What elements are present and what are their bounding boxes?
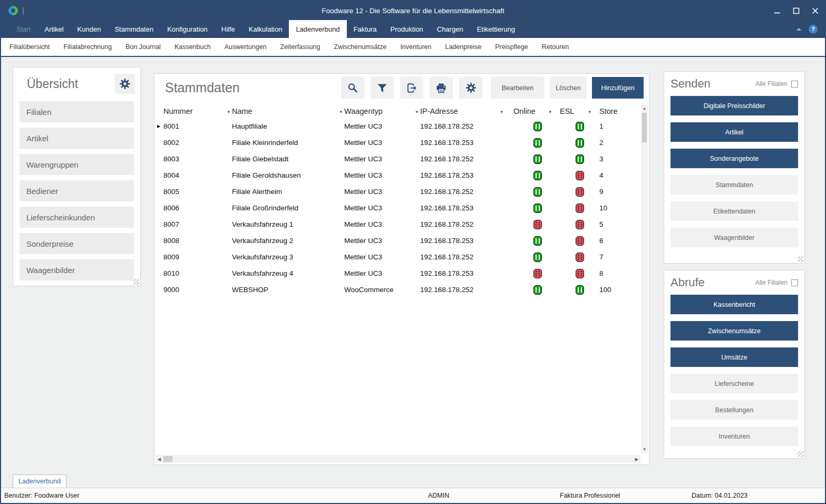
menu-tab[interactable]: Etikettierung — [470, 20, 522, 38]
search-button[interactable] — [341, 77, 364, 99]
menu-tab[interactable]: Kunden — [71, 20, 108, 38]
ribbon-item[interactable]: Filialübersicht — [9, 43, 56, 51]
ribbon-item[interactable]: Ladenpreise — [438, 43, 488, 51]
sidebar-title: Übersicht — [27, 77, 78, 91]
column-header[interactable]: Store ▾ — [593, 107, 643, 115]
ribbon-item[interactable]: Zwischenumsätze — [327, 43, 393, 51]
menu-tab[interactable]: Start — [9, 20, 37, 38]
scroll-down-icon[interactable]: ▼ — [641, 445, 648, 453]
sidebar-item[interactable]: Artikel — [20, 128, 134, 149]
abrufe-action-button[interactable]: Bestellungen — [670, 400, 798, 420]
table-row[interactable]: 8008 Verkaufsfahrzeug 2 Mettler UC3 192.… — [157, 232, 643, 249]
column-dropdown-icon[interactable]: ▾ — [500, 109, 503, 114]
sidebar-settings-button[interactable] — [115, 74, 135, 94]
table-row[interactable]: 8001 Hauptfiliale Mettler UC3 192.168.17… — [157, 118, 643, 134]
menu-tab[interactable]: Faktura — [347, 20, 384, 38]
sidebar-item[interactable]: Sonderpreise — [20, 233, 134, 254]
sidebar-item[interactable]: Lieferscheinkunden — [20, 207, 134, 228]
column-header-label: Store — [599, 107, 618, 115]
table-row[interactable]: 8005 Filiale Alertheim Mettler UC3 192.1… — [157, 183, 643, 200]
collapse-ribbon-icon[interactable] — [795, 24, 802, 34]
panel-resize-handle[interactable] — [798, 451, 803, 457]
table-row[interactable]: 8010 Verkaufsfahrzeug 4 Mettler UC3 192.… — [157, 265, 643, 282]
senden-action-button[interactable]: Etikettendaten — [670, 201, 798, 221]
panel-resize-handle[interactable] — [798, 256, 803, 262]
menu-tab[interactable]: Kalkulation — [242, 20, 289, 38]
menu-tab[interactable]: Produktion — [384, 20, 430, 38]
column-dropdown-icon[interactable]: ▾ — [549, 109, 551, 114]
column-header[interactable]: IP-Adresse ▾ — [420, 107, 505, 115]
column-header[interactable]: Name ▾ — [232, 107, 344, 115]
menu-tab[interactable]: Chargen — [430, 20, 470, 38]
cell-name: Filiale Alertheim — [232, 188, 344, 196]
ribbon-item[interactable]: Auswertungen — [218, 43, 274, 51]
table-row[interactable]: 8003 Filiale Giebelstadt Mettler UC3 192… — [157, 151, 643, 167]
alle-filialen-checkbox[interactable] — [791, 81, 798, 88]
horizontal-scrollbar-thumb[interactable] — [163, 456, 172, 462]
sidebar-item[interactable]: Waagenbilder — [20, 259, 134, 280]
print-button[interactable] — [430, 77, 453, 99]
scroll-left-icon[interactable]: ◀ — [156, 457, 163, 462]
table-row[interactable]: 8002 Filiale Kleinrinderfeld Mettler UC3… — [157, 134, 643, 151]
menu-tab[interactable]: Hilfe — [215, 20, 242, 38]
minimize-icon[interactable] — [773, 7, 781, 14]
delete-button[interactable]: Löschen — [550, 77, 587, 99]
column-dropdown-icon[interactable]: ▾ — [588, 109, 591, 114]
app-window: | Foodware 12 - Die Software für die Leb… — [0, 0, 826, 504]
scroll-up-icon[interactable]: ▲ — [641, 104, 648, 112]
abrufe-action-button[interactable]: Kassenbericht — [670, 295, 798, 314]
column-header[interactable]: Online ▾ — [505, 107, 553, 115]
scroll-right-icon[interactable]: ▶ — [633, 457, 640, 462]
ribbon-item[interactable]: Filialabrechnung — [56, 43, 119, 51]
ribbon-item[interactable]: Retouren — [535, 43, 576, 51]
esl-status-icon — [576, 171, 584, 180]
senden-action-button[interactable]: Digitale Preisschilder — [670, 96, 798, 115]
vertical-scrollbar[interactable]: ▲ ▼ — [641, 104, 648, 453]
alle-filialen-checkbox[interactable] — [791, 279, 798, 286]
help-icon[interactable]: ? — [809, 25, 818, 34]
senden-action-button[interactable]: Waagenbilder — [670, 228, 798, 247]
ribbon-item[interactable]: Preispflege — [488, 43, 535, 51]
column-header[interactable]: Nummer ▾ — [163, 107, 232, 115]
abrufe-action-button[interactable]: Zwischenumsätze — [670, 321, 798, 341]
abrufe-action-button[interactable]: Umsätze — [670, 347, 798, 367]
menu-tab[interactable]: Stammdaten — [108, 20, 160, 38]
column-dropdown-icon[interactable]: ▾ — [415, 109, 418, 114]
menu-tab[interactable]: Ladenverbund — [289, 20, 346, 38]
column-header[interactable]: ESL ▾ — [553, 107, 593, 115]
export-button[interactable] — [400, 77, 423, 99]
add-button[interactable]: Hinzufügen — [592, 77, 644, 99]
edit-button[interactable]: Bearbeiten — [491, 77, 545, 99]
table-settings-button[interactable] — [459, 77, 482, 99]
table-row[interactable]: 8009 Verkaufsfahrzeug 3 Mettler UC3 192.… — [157, 249, 643, 265]
ribbon-item[interactable]: Inventuren — [393, 43, 438, 51]
table-row[interactable]: 8006 Filiale Großrinderfeld Mettler UC3 … — [157, 200, 643, 216]
table-row[interactable]: 8007 Verkaufsfahrzeug 1 Mettler UC3 192.… — [157, 216, 643, 232]
ribbon-item[interactable]: Zeiterfassung — [274, 43, 327, 51]
vertical-scrollbar-thumb[interactable] — [642, 113, 647, 142]
tab-ladenverbund[interactable]: Ladenverbund — [13, 474, 66, 488]
table-row[interactable]: 9000 WEBSHOP WooCommerce 192.168.178.252… — [157, 282, 643, 298]
close-icon[interactable] — [811, 7, 819, 14]
maximize-icon[interactable] — [792, 7, 800, 14]
sidebar-item[interactable]: Warengruppen — [20, 154, 134, 175]
abrufe-action-button[interactable]: Inventuren — [670, 427, 798, 446]
column-dropdown-icon[interactable]: ▾ — [339, 109, 342, 114]
panel-resize-handle[interactable] — [133, 279, 139, 285]
horizontal-scrollbar[interactable]: ◀ ▶ — [156, 455, 640, 463]
cell-name: Filiale Großrinderfeld — [232, 204, 344, 212]
menu-tab[interactable]: Konfiguration — [160, 20, 215, 38]
abrufe-action-button[interactable]: Lieferscheine — [670, 374, 798, 393]
ribbon-item[interactable]: Kassenbuch — [168, 43, 218, 51]
column-dropdown-icon[interactable]: ▾ — [227, 109, 230, 114]
menu-tab[interactable]: Artikel — [37, 20, 70, 38]
senden-action-button[interactable]: Stammdaten — [670, 175, 798, 195]
senden-action-button[interactable]: Artikel — [670, 122, 798, 142]
table-row[interactable]: 8004 Filiale Geroldshausen Mettler UC3 1… — [157, 167, 643, 183]
column-header[interactable]: Waagentyp ▾ — [344, 107, 420, 115]
sidebar-item[interactable]: Bediener — [20, 180, 134, 201]
ribbon-item[interactable]: Bon Journal — [119, 43, 168, 51]
filter-button[interactable] — [371, 77, 394, 99]
sidebar-item[interactable]: Filialen — [20, 101, 134, 122]
senden-action-button[interactable]: Sonderangebote — [670, 149, 798, 168]
